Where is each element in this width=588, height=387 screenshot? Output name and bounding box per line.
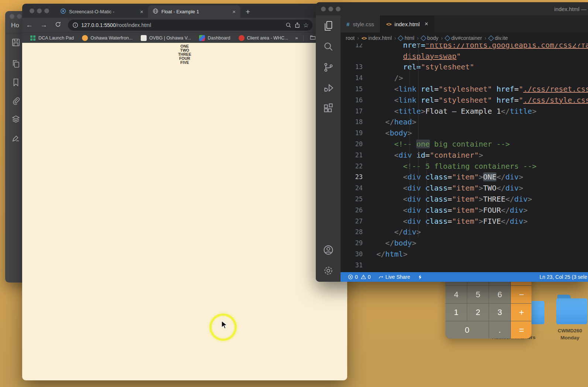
forward-button[interactable]: → <box>37 21 51 29</box>
calc-key-2[interactable]: 2 <box>467 304 489 321</box>
address-bar[interactable]: 127.0.0.1:5500/root/index.html ☆ <box>68 20 312 31</box>
minimize-window-button[interactable] <box>328 7 333 11</box>
new-tab-button[interactable]: + <box>240 7 250 18</box>
close-tab-icon[interactable]: × <box>139 8 144 15</box>
bookmarks-overflow-button[interactable]: » <box>292 35 301 41</box>
close-window-button[interactable] <box>321 7 326 11</box>
errors-indicator[interactable]: 0 <box>348 274 358 280</box>
share-icon[interactable] <box>294 22 300 28</box>
breadcrumb-label: body <box>427 35 438 41</box>
breadcrumbs[interactable]: root›<>index.html›html›body›div#containe… <box>341 32 588 44</box>
code-line[interactable]: 14 /> <box>341 72 588 83</box>
bookmark-item[interactable]: DCA Launch Pad <box>26 35 78 41</box>
code-line[interactable]: 24 <div class="item">TWO</div> <box>341 182 588 194</box>
folder-label[interactable]: CWMD260 Monday <box>552 327 588 341</box>
calc-key-=[interactable]: = <box>511 321 531 339</box>
code-line[interactable]: 15 <link rel="stylesheet" href="./css/re… <box>341 83 588 95</box>
vscode-window[interactable]: index.html — <box>316 2 588 282</box>
breadcrumb-item[interactable]: <>index.html <box>362 35 392 41</box>
web-page-content[interactable]: ONETWOTHREEFOURFIVE <box>22 43 347 380</box>
calc-key-+[interactable]: + <box>511 304 531 321</box>
code-line[interactable]: 27 <div class="item">FIVE</div> <box>341 216 588 227</box>
search-icon[interactable] <box>322 41 334 52</box>
explorer-icon[interactable] <box>322 20 334 32</box>
bookmark-item[interactable]: Dashboard <box>195 35 234 41</box>
code-line[interactable]: 20 <!-- one big container --> <box>341 138 588 150</box>
breadcrumb-item[interactable]: body <box>421 35 438 41</box>
breadcrumb-item[interactable]: div#container <box>445 35 482 41</box>
bookmark-item[interactable]: OVBG | Oshawa V... <box>137 35 195 41</box>
layers-icon[interactable] <box>11 114 21 126</box>
close-tab-icon[interactable]: × <box>424 20 428 28</box>
reload-button[interactable] <box>51 21 65 30</box>
code-line[interactable]: 19 <body> <box>341 127 588 138</box>
code-line[interactable]: 28 </div> <box>341 227 588 238</box>
code-line[interactable]: 31 <box>341 260 588 271</box>
editor-tab-index-html[interactable]: <> index.html × <box>380 16 435 32</box>
bookmark-item[interactable]: Oshawa Waterfron... <box>78 35 137 41</box>
copy-pages-icon[interactable] <box>11 59 21 70</box>
code-line[interactable]: 22 <!-- 5 floating containers --> <box>341 161 588 172</box>
extensions-icon[interactable] <box>322 103 334 114</box>
source-control-icon[interactable] <box>322 61 334 73</box>
code-line[interactable]: 17 <title>Float — Example 1</title> <box>341 106 588 117</box>
calc-key-3[interactable]: 3 <box>489 304 510 321</box>
code-line[interactable]: 21 <div id="container"> <box>341 150 588 161</box>
code-line[interactable]: 26 <div class="item">FOUR</div> <box>341 205 588 216</box>
bookmark-icon[interactable] <box>11 78 21 89</box>
code-editor[interactable]: 12 href="https://fonts.googleapis.com/cs… <box>341 44 588 272</box>
zoom-window-button[interactable] <box>44 8 49 13</box>
code-line[interactable]: 13 rel="stylesheet" <box>341 62 588 73</box>
code-line[interactable]: 29 </body> <box>341 237 588 249</box>
calc-key-5[interactable]: 5 <box>467 286 489 303</box>
code-line[interactable]: display=swap" <box>341 51 588 62</box>
code-line[interactable]: 18 </head> <box>341 117 588 128</box>
zoom-window-button[interactable] <box>336 7 341 11</box>
calc-key-4[interactable]: 4 <box>445 286 467 303</box>
browser-toolbar: ← → 127.0.0.1:5500/root/index.html ☆ <box>22 18 347 32</box>
close-tab-icon[interactable]: × <box>231 8 237 15</box>
tab-label: Float - Example 1 <box>161 9 228 14</box>
line-content: <div class="item">THREE</div> <box>376 195 532 203</box>
browser-tab-float-example[interactable]: Float - Example 1 × <box>148 5 240 18</box>
back-button[interactable]: ← <box>22 21 37 29</box>
css-file-icon: # <box>346 21 349 27</box>
info-icon[interactable] <box>72 22 78 28</box>
bookmark-item[interactable]: Client area - WHC... <box>235 35 293 41</box>
code-line[interactable]: 25 <div class="item">THREE</div> <box>341 194 588 205</box>
bookmark-star-icon[interactable]: ☆ <box>303 21 309 29</box>
run-debug-icon[interactable] <box>322 82 334 94</box>
breadcrumb-item[interactable]: html <box>399 35 414 41</box>
calc-key-1[interactable]: 1 <box>445 304 467 321</box>
paperclip-icon[interactable] <box>11 96 21 107</box>
close-window-button[interactable] <box>10 14 14 19</box>
accounts-icon[interactable] <box>322 244 334 256</box>
minimize-window-button[interactable] <box>17 14 22 19</box>
breadcrumb-item[interactable]: div.ite <box>489 35 508 41</box>
cursor-position-indicator[interactable]: Ln 23, Col 25 (3 sele <box>540 274 587 280</box>
close-window-button[interactable] <box>30 8 34 13</box>
code-line[interactable]: 16 <link rel="stylesheet" href="./css/st… <box>341 95 588 106</box>
code-line[interactable]: 12 href="https://fonts.googleapis.com/cs… <box>341 44 588 51</box>
calc-key-6[interactable]: 6 <box>489 286 510 303</box>
folder-label-line1: CWMD260 <box>552 327 588 334</box>
browser-tab-screencast[interactable]: Screencast-O-Matic - × <box>56 5 148 18</box>
pen-icon[interactable] <box>11 134 21 145</box>
code-line[interactable]: 23 <div class="item">ONE</div> <box>341 172 588 183</box>
warnings-indicator[interactable]: 0 <box>361 274 371 280</box>
minimize-window-button[interactable] <box>37 8 42 13</box>
calc-key-.[interactable]: . <box>489 321 510 339</box>
calc-key-0[interactable]: 0 <box>445 321 489 339</box>
save-icon[interactable] <box>11 38 21 49</box>
settings-gear-icon[interactable] <box>322 265 334 277</box>
browser-window[interactable]: Screencast-O-Matic - × Float - Example 1… <box>22 4 347 380</box>
code-lines: 12 href="https://fonts.googleapis.com/cs… <box>341 44 588 271</box>
zoom-page-icon[interactable] <box>286 22 291 28</box>
breadcrumb-item[interactable]: root <box>346 35 355 41</box>
desktop-folder-cwmd260[interactable] <box>556 295 587 324</box>
editor-tab-style-css[interactable]: # style.css <box>341 16 380 32</box>
calc-key-−[interactable]: − <box>511 286 531 303</box>
live-share-button[interactable]: Live Share <box>378 274 410 280</box>
code-line[interactable]: 30</html> <box>341 249 588 260</box>
bolt-icon[interactable] <box>418 274 423 280</box>
